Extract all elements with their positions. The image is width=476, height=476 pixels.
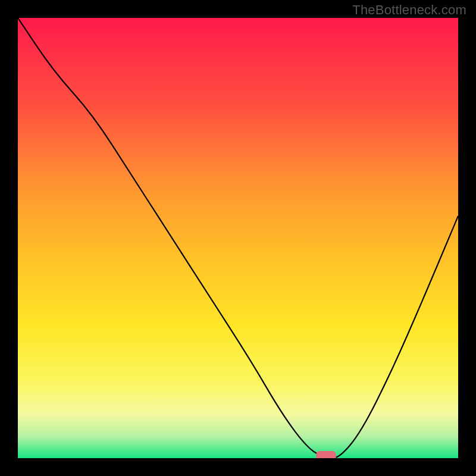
chart-svg (18, 18, 458, 458)
chart-plot-area (18, 18, 458, 458)
trough-marker (316, 451, 336, 458)
watermark-text: TheBottleneck.com (352, 2, 466, 18)
gradient-background (18, 18, 458, 458)
